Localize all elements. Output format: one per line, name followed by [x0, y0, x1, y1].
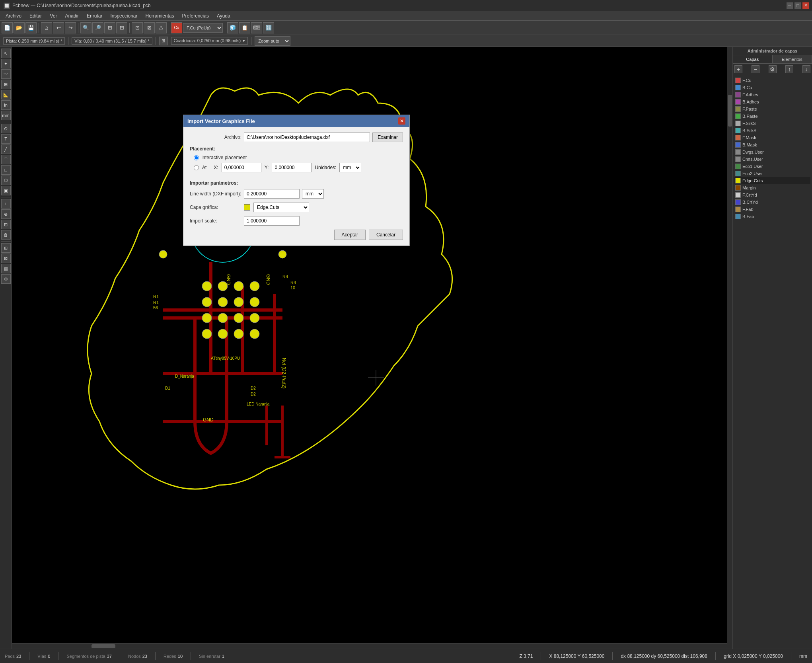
highlight-button[interactable]: ✦ — [1, 59, 11, 68]
layer-eco1user[interactable]: Eco1.User — [734, 163, 810, 170]
copy-button[interactable]: ⊡ — [1, 220, 11, 229]
tab-elementos[interactable]: Elementos — [773, 55, 812, 63]
route-diff-button[interactable]: ⊞ — [1, 80, 11, 89]
layer-fsilks[interactable]: F.SilkS — [734, 120, 810, 127]
layer-ffab[interactable]: F.Fab — [734, 206, 810, 213]
add-footprint-button[interactable]: + — [1, 199, 11, 209]
drc-button[interactable]: ⚠ — [156, 22, 167, 33]
x-coord-input[interactable] — [222, 163, 261, 172]
pad-button[interactable]: ⊙ — [1, 124, 11, 133]
redo-button[interactable]: ↪ — [65, 22, 76, 33]
ruler-button[interactable]: 📐 — [1, 90, 11, 99]
rect-button[interactable]: □ — [1, 165, 11, 175]
import-scale-input[interactable] — [244, 216, 300, 226]
horizontal-scroll-thumb[interactable] — [92, 644, 115, 648]
print-button[interactable]: 🖨 — [41, 22, 52, 33]
layer-bcu[interactable]: B.Cu — [734, 84, 810, 91]
layer-bcrtyd[interactable]: B.CrtYd — [734, 199, 810, 206]
zoom-in-button[interactable]: 🔍 — [80, 22, 92, 33]
examinar-button[interactable]: Examinar — [372, 133, 403, 142]
minimize-button[interactable]: ─ — [787, 2, 793, 9]
add-layer-button[interactable]: + — [734, 65, 742, 73]
ratsnest-button[interactable]: ⊡ — [132, 22, 143, 33]
radio-at[interactable] — [194, 165, 199, 170]
menu-anadir[interactable]: Añadir — [61, 12, 83, 20]
layer-fpaste[interactable]: F.Paste — [734, 105, 810, 113]
new-button[interactable]: 📄 — [2, 22, 13, 33]
line-width-input[interactable] — [244, 189, 300, 199]
radio-interactive[interactable] — [194, 155, 199, 160]
layer-fcu[interactable]: F.Cu — [734, 77, 810, 84]
archivo-input[interactable] — [244, 133, 370, 142]
fill-zone-button[interactable]: ▦ — [1, 264, 11, 273]
delete-button[interactable]: 🗑 — [1, 230, 11, 240]
layer-fadhes[interactable]: F.Adhes — [734, 91, 810, 98]
layer-bmask[interactable]: B.Mask — [734, 141, 810, 148]
dialog-close-button[interactable]: ✕ — [398, 117, 405, 125]
netinspector-button[interactable]: ⊠ — [144, 22, 155, 33]
capa-select[interactable]: Edge.Cuts Margin F.Cu B.Cu — [253, 203, 309, 212]
menu-ayuda[interactable]: Ayuda — [213, 12, 234, 20]
graphic-line-button[interactable]: ╱ — [1, 144, 11, 154]
layer-dwgsuser[interactable]: Dwgs.User — [734, 148, 810, 156]
via-status[interactable]: Vía: 0,80 / 0,40 mm (31,5 / 15,7 mils) * — [72, 37, 152, 45]
menu-preferencias[interactable]: Preferencias — [178, 12, 213, 20]
select-button[interactable]: ↖ — [1, 49, 11, 58]
polygon-button[interactable]: ⬡ — [1, 176, 11, 185]
menu-ver[interactable]: Ver — [46, 12, 61, 20]
cancelar-button[interactable]: Cancelar — [369, 230, 403, 240]
layer-button[interactable]: Cu — [171, 22, 182, 33]
maximize-button[interactable]: □ — [794, 2, 801, 9]
layer-eco2user[interactable]: Eco2.User — [734, 170, 810, 177]
layer-dropdown[interactable]: F.Cu (PgUp) — [183, 23, 223, 33]
zoom-out-button[interactable]: 🔎 — [92, 22, 103, 33]
route-button[interactable]: 〰 — [1, 69, 11, 79]
layer-bpaste[interactable]: B.Paste — [734, 113, 810, 120]
calc-button[interactable]: 🔢 — [263, 22, 274, 33]
layer-fcrtyd[interactable]: F.CrtYd — [734, 191, 810, 199]
remove-layer-button[interactable]: − — [752, 65, 759, 73]
layer-bsilks[interactable]: B.SilkS — [734, 127, 810, 134]
arc-button[interactable]: ⌒ — [1, 155, 11, 164]
settings2-button[interactable]: ⚙ — [1, 274, 11, 284]
undo-button[interactable]: ↩ — [53, 22, 64, 33]
layer-bfab[interactable]: B.Fab — [734, 213, 810, 220]
grid-settings-button[interactable]: ⊞ — [159, 37, 168, 45]
unidades-select[interactable]: mm — [339, 163, 361, 172]
layer-badhes[interactable]: B.Adhes — [734, 98, 810, 105]
menu-enrutar[interactable]: Enrutar — [83, 12, 106, 20]
open-button[interactable]: 📂 — [14, 22, 25, 33]
layer-cmtsuser[interactable]: Cmts.User — [734, 156, 810, 163]
vertical-scroll-thumb[interactable] — [728, 95, 732, 127]
save-button[interactable]: 💾 — [25, 22, 37, 33]
layer-settings-button[interactable]: ⚙ — [769, 65, 777, 73]
layer-edgecuts[interactable]: Edge.Cuts — [734, 177, 810, 184]
layer-up-button[interactable]: ↑ — [785, 65, 793, 73]
y-coord-input[interactable] — [272, 163, 312, 172]
menu-editar[interactable]: Editar — [25, 12, 46, 20]
horizontal-scrollbar[interactable] — [12, 643, 727, 649]
vertical-scrollbar[interactable] — [727, 47, 732, 649]
gerber-button[interactable]: 📋 — [239, 22, 250, 33]
line-width-units[interactable]: mm — [302, 189, 324, 199]
tab-capas[interactable]: Capas — [733, 55, 773, 63]
tearstrop-button[interactable]: ⊠ — [1, 254, 11, 263]
layer-down-button[interactable]: ↓ — [802, 65, 810, 73]
menu-inspeccionar[interactable]: Inspeccionar — [106, 12, 141, 20]
connect-button[interactable]: ⊞ — [1, 243, 11, 253]
measure-button[interactable]: in — [1, 100, 11, 110]
3d-button[interactable]: 🧊 — [227, 22, 238, 33]
zoom-fit-button[interactable]: ⊞ — [104, 22, 115, 33]
pista-status[interactable]: Pista: 0,250 mm (9,84 mils) * — [3, 37, 65, 45]
zoom-area-button[interactable]: ⊟ — [116, 22, 127, 33]
layer-margin[interactable]: Margin — [734, 184, 810, 191]
aceptar-button[interactable]: Aceptar — [334, 230, 366, 240]
text-button[interactable]: T — [1, 134, 11, 144]
mm-button[interactable]: mm — [1, 111, 11, 120]
zoom-dropdown[interactable]: Zoom auto — [255, 36, 290, 46]
scripting-button[interactable]: ⌨ — [251, 22, 262, 33]
menu-herramientas[interactable]: Herramientas — [141, 12, 178, 20]
layer-fmask[interactable]: F.Mask — [734, 134, 810, 141]
fill-button[interactable]: ▣ — [1, 186, 11, 195]
menu-archivo[interactable]: Archivo — [2, 12, 25, 20]
